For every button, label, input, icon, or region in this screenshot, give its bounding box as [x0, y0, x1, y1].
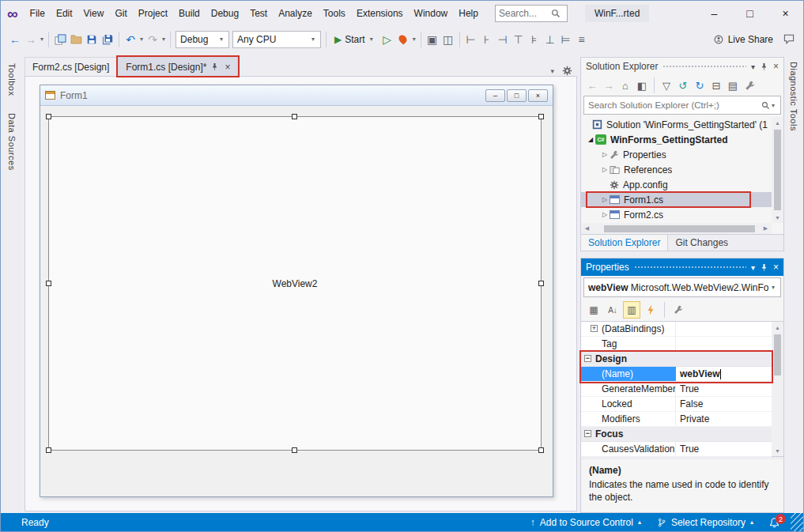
drag-grip[interactable] [662, 65, 746, 69]
redo-icon[interactable]: ↷ [145, 30, 160, 49]
property-row-locked[interactable]: Locked False [581, 397, 772, 412]
property-row-causesvalidation[interactable]: CausesValidation True [581, 442, 772, 457]
undo-icon[interactable]: ↶ [123, 30, 138, 49]
forms-designer-surface[interactable]: Form1 – □ × WebView2 [25, 76, 577, 511]
tab-close-icon[interactable]: × [225, 62, 230, 73]
property-pages-button[interactable] [670, 301, 687, 319]
scrollbar-thumb[interactable] [604, 225, 755, 232]
tab-form2-design[interactable]: Form2.cs [Design] [25, 57, 117, 76]
property-value[interactable]: Private [676, 412, 772, 426]
menu-help[interactable]: Help [453, 1, 484, 26]
menu-tools[interactable]: Tools [318, 1, 351, 26]
tree-item-properties[interactable]: ▷ Properties [581, 147, 772, 162]
hot-reload-button[interactable] [395, 30, 411, 49]
menu-view[interactable]: View [78, 1, 110, 26]
tree-item-project[interactable]: ◢ C# WinForms_GettingStarted [581, 132, 772, 147]
space-evenly-icon[interactable]: ≡ [574, 30, 590, 49]
tree-item-form2[interactable]: ▷ Form2.cs [581, 207, 772, 222]
expand-arrow-icon[interactable]: ◢ [586, 136, 595, 143]
add-to-source-control-button[interactable]: ↑ Add to Source Control ▴ [523, 513, 649, 531]
menu-build[interactable]: Build [173, 1, 206, 26]
menu-test[interactable]: Test [244, 1, 273, 26]
resize-handle-top-left[interactable] [46, 114, 51, 119]
categorized-icon[interactable]: ▦ [585, 301, 602, 319]
property-value-input[interactable]: webView [680, 368, 719, 379]
collapse-all-icon[interactable]: ⊟ [708, 77, 724, 93]
immediate-window-icon[interactable]: ◫ [440, 30, 456, 49]
tree-item-app-config[interactable]: App.config [581, 177, 772, 192]
save-all-button[interactable] [100, 30, 115, 49]
navigate-forward-icon[interactable]: → [23, 30, 39, 49]
minimize-button[interactable]: – [696, 1, 732, 26]
sidebar-tab-diagnostic-tools[interactable]: Diagnostic Tools [789, 58, 798, 134]
start-debugging-button[interactable]: ▶ Start ▾ [330, 30, 379, 49]
sync-icon[interactable]: ↻ [692, 77, 708, 93]
resize-handle-middle-left[interactable] [46, 281, 51, 286]
expand-arrow-icon[interactable]: ▷ [600, 166, 610, 173]
tab-git-changes[interactable]: Git Changes [668, 235, 735, 251]
tree-item-references[interactable]: ▷ References [581, 162, 772, 177]
live-share-button[interactable]: Live Share [710, 34, 776, 45]
collapse-icon[interactable] [584, 355, 591, 362]
save-button[interactable] [84, 30, 100, 49]
pin-icon[interactable] [760, 62, 768, 71]
property-row-generatemember[interactable]: GenerateMember True [581, 382, 772, 397]
category-row-design[interactable]: Design [581, 352, 772, 367]
gear-icon[interactable] [562, 66, 572, 76]
open-file-button[interactable] [68, 30, 84, 49]
expand-icon[interactable] [591, 325, 598, 332]
scrollbar-thumb[interactable] [774, 130, 781, 210]
property-row-modifiers[interactable]: Modifiers Private [581, 412, 772, 427]
form-close-button[interactable]: × [528, 89, 548, 102]
home-icon[interactable]: ⌂ [617, 77, 633, 93]
form-minimize-button[interactable]: – [485, 89, 505, 102]
solution-search-box[interactable]: ▾ [583, 96, 781, 115]
pin-icon[interactable] [210, 62, 219, 71]
designed-form[interactable]: Form1 – □ × WebView2 [40, 85, 553, 497]
vertical-scrollbar[interactable]: ▲ ▼ [772, 117, 783, 223]
property-value[interactable]: False [676, 397, 772, 411]
show-all-files-icon[interactable]: ▤ [725, 77, 741, 93]
chevron-down-icon[interactable]: ▾ [40, 36, 43, 43]
solution-platform-dropdown[interactable]: Any CPU ▾ [232, 31, 321, 48]
chevron-down-icon[interactable]: ▾ [162, 36, 165, 43]
tab-solution-explorer[interactable]: Solution Explorer [581, 235, 668, 251]
quick-search-box[interactable] [495, 5, 568, 22]
maximize-button[interactable]: □ [732, 1, 768, 26]
notifications-button[interactable]: 2 [761, 513, 787, 531]
events-button[interactable] [642, 301, 659, 319]
active-files-dropdown-icon[interactable]: ▾ [550, 67, 554, 75]
resize-grip[interactable] [791, 513, 803, 531]
breakpoints-window-icon[interactable]: ▣ [425, 30, 440, 49]
scroll-up-icon[interactable]: ▲ [772, 117, 783, 128]
properties-header[interactable]: Properties ▾ × [581, 258, 783, 276]
menu-extensions[interactable]: Extensions [351, 1, 409, 26]
horizontal-scrollbar[interactable]: ◀ ▶ [581, 223, 772, 234]
drag-grip[interactable] [634, 266, 746, 270]
property-value[interactable]: True [676, 442, 772, 456]
scrollbar-thumb[interactable] [774, 334, 781, 375]
scroll-right-icon[interactable]: ▶ [760, 223, 772, 234]
sidebar-tab-toolbox[interactable]: Toolbox [7, 60, 17, 99]
solution-explorer-header[interactable]: Solution Explorer ▾ × [581, 58, 783, 75]
back-icon[interactable]: ← [584, 77, 600, 93]
property-value[interactable] [676, 337, 772, 351]
menu-git[interactable]: Git [109, 1, 132, 26]
webview2-control[interactable]: WebView2 [48, 116, 542, 451]
scroll-down-icon[interactable]: ▼ [775, 445, 780, 456]
resize-handle-top-right[interactable] [538, 114, 544, 119]
category-row-focus[interactable]: Focus [581, 427, 772, 442]
property-value[interactable]: True [676, 382, 772, 396]
panel-splitter[interactable] [580, 251, 784, 258]
tab-form1-design[interactable]: Form1.cs [Design]* × [118, 57, 238, 76]
scroll-left-icon[interactable]: ◀ [581, 223, 593, 234]
close-icon[interactable]: × [773, 262, 779, 273]
object-selector-dropdown[interactable]: webView Microsoft.Web.WebView2.WinFo ▾ [583, 277, 781, 297]
navigate-back-icon[interactable]: ← [7, 30, 23, 49]
vertical-scrollbar[interactable]: ▲ ▼ [772, 322, 783, 456]
property-row-name[interactable]: (Name) webView [581, 367, 772, 382]
chevron-down-icon[interactable]: ▾ [413, 36, 416, 43]
resize-handle-middle-right[interactable] [538, 281, 544, 286]
resize-handle-bottom-right[interactable] [538, 447, 544, 453]
scroll-down-icon[interactable]: ▼ [772, 212, 783, 223]
